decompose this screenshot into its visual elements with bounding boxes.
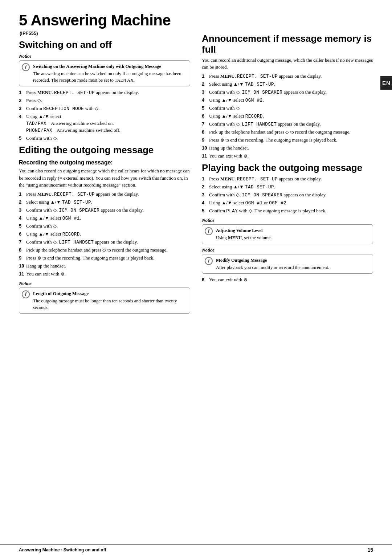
notice3-text: Using MENU, set the volume. <box>216 234 369 241</box>
step-4-3: 3 Confirm with ◇. ICM ON SPEAKER appears… <box>202 192 373 199</box>
step-content: Using ▲/▼ select TAD/FAX – Answering mac… <box>26 113 190 134</box>
notice4-box: i Modify Outgoing Message After playback… <box>202 254 373 274</box>
step-num: 5 <box>202 105 209 112</box>
notice1-box: i Switching on the Answering Machine onl… <box>19 60 190 86</box>
step-4-4: 4 Using ▲/▼ select OGM #1 or OGM #2. <box>202 200 373 207</box>
step-1-2: 2 Press ◇. <box>19 97 190 104</box>
body3-text: You can record an additional outgoing me… <box>202 57 373 71</box>
notice2-title: Length of Outgoing Message <box>33 290 186 297</box>
steps-list-final: 6 You can exit with ⊗. <box>202 277 373 283</box>
step-num: 1 <box>202 73 209 80</box>
step-num: 2 <box>202 184 209 191</box>
notice4-icon: i <box>205 257 213 265</box>
step-2-8: 8 Pick up the telephone handset and pres… <box>19 247 190 254</box>
notice3-icon: i <box>205 227 213 235</box>
step-3-1: 1 Press MENU. RECEPT. SET-UP appears on … <box>202 73 373 80</box>
mono: RECEPTION MODE <box>43 106 84 111</box>
step-num: 10 <box>202 145 209 152</box>
step-2-2: 2 Select using ▲/▼ TAD SET-UP. <box>19 199 190 206</box>
step-3-3: 3 Confirm with ◇. ICM ON SPEAKER appears… <box>202 89 373 96</box>
step-content: Confirm with ◇. <box>26 135 190 142</box>
step-num: 9 <box>19 255 26 262</box>
step-num: 3 <box>19 105 26 112</box>
step-num: 1 <box>19 191 26 198</box>
footer-page-number: 15 <box>367 547 373 553</box>
step-num: 6 <box>19 231 26 238</box>
step-content: Confirm with ◇. LIFT HANDSET appears on … <box>26 239 190 246</box>
step-content: Confirm PLAY with ◇. The outgoing messag… <box>209 208 373 215</box>
step-content: Press MENU. RECEPT. SET-UP appears on th… <box>209 73 373 80</box>
step-content: Press ⊗ to end the recording. The outgoi… <box>26 255 190 262</box>
step-content: Confirm with ◇. LIFT HANDSET appears on … <box>209 121 373 128</box>
step-num: 8 <box>202 129 209 136</box>
step-content: Press MENU. RECEPT. SET-UP appears on th… <box>26 191 190 198</box>
section-announcement-title: Announcement if message memory is full <box>202 33 373 55</box>
step-2-6: 6 Using ▲/▼ select RECORD. <box>19 231 190 238</box>
step-content: Using ▲/▼ select OGM #2. <box>209 97 373 104</box>
step-2-3: 3 Confirm with ◇. ICM ON SPEAKER appears… <box>19 207 190 214</box>
step-content: Press ⊗ to end the recording. The outgoi… <box>209 137 373 144</box>
menu-bold: MENU <box>37 90 52 95</box>
step-3-8: 8 Pick up the telephone handset and pres… <box>202 129 373 136</box>
steps-list-2: 1 Press MENU. RECEPT. SET-UP appears on … <box>19 191 190 278</box>
notice4-label: Notice <box>202 247 373 253</box>
step-num: 5 <box>202 208 209 215</box>
step-num: 3 <box>202 89 209 96</box>
step-num: 4 <box>202 97 209 104</box>
step-num: 4 <box>19 113 26 134</box>
step-content: Confirm RECEPTION MODE with ◇. <box>26 105 190 112</box>
step-3-6: 6 Using ▲/▼ select RECORD. <box>202 113 373 120</box>
step-content: Confirm with ◇. ICM ON SPEAKER appears o… <box>209 192 373 199</box>
step-num: 2 <box>19 199 26 206</box>
step-num: 9 <box>202 137 209 144</box>
step-content: Confirm with ◇. <box>26 223 190 230</box>
step-num: 5 <box>19 135 26 142</box>
step-1-5: 5 Confirm with ◇. <box>19 135 190 142</box>
step-num: 11 <box>202 153 209 160</box>
step-content: You can exit with ⊗. <box>209 277 373 283</box>
notice1-label: Notice <box>19 53 190 59</box>
notice2-label: Notice <box>19 281 190 286</box>
step-content: Confirm with ◇. ICM ON SPEAKER appears o… <box>26 207 190 214</box>
step-num: 6 <box>202 113 209 120</box>
section-switching-title: Switching on and off <box>19 40 190 50</box>
notice4-text: After playback you can modify or rerecor… <box>216 264 369 271</box>
step-2-1: 1 Press MENU. RECEPT. SET-UP appears on … <box>19 191 190 198</box>
step-content: Pick up the telephone handset and press … <box>26 247 190 254</box>
recept-mono: RECEPT. SET-UP <box>54 90 95 95</box>
step-content: Hang up the handset. <box>26 263 190 270</box>
notice2-box: i Length of Outgoing Message The outgoin… <box>19 287 190 314</box>
notice3-box: i Adjusting Volume Level Using MENU, set… <box>202 224 373 244</box>
step-content: Select using ▲/▼ TAD SET-UP. <box>209 184 373 191</box>
step-content: Press MENU. RECEPT. SET-UP appears on th… <box>26 89 190 96</box>
step-3-7: 7 Confirm with ◇. LIFT HANDSET appears o… <box>202 121 373 128</box>
step-4-5: 5 Confirm PLAY with ◇. The outgoing mess… <box>202 208 373 215</box>
step-num: 7 <box>202 121 209 128</box>
notice3-title: Adjusting Volume Level <box>216 227 369 234</box>
step-num: 1 <box>202 176 209 183</box>
model-label: (IPF555) <box>20 30 190 36</box>
step-1-1: 1 Press MENU. RECEPT. SET-UP appears on … <box>19 89 190 96</box>
step-1-3: 3 Confirm RECEPTION MODE with ◇. <box>19 105 190 112</box>
step-num: 4 <box>19 215 26 222</box>
step-content: You can exit with ⊗. <box>26 271 190 278</box>
step-num: 7 <box>19 239 26 246</box>
steps-list-3: 1 Press MENU. RECEPT. SET-UP appears on … <box>202 73 373 160</box>
step-2-4: 4 Using ▲/▼ select OGM #1. <box>19 215 190 222</box>
step-final-6: 6 You can exit with ⊗. <box>202 277 373 283</box>
step-content: You can exit with ⊗. <box>209 153 373 160</box>
step-content: Press MENU. RECEPT. SET-UP appears on th… <box>209 176 373 183</box>
step-num: 6 <box>202 277 209 283</box>
step-num: 3 <box>19 207 26 214</box>
right-column: Announcement if message memory is full Y… <box>202 30 373 317</box>
step-num: 3 <box>202 192 209 199</box>
step-2-5: 5 Confirm with ◇. <box>19 223 190 230</box>
notice3-label: Notice <box>202 217 373 223</box>
notice1-icon: i <box>22 63 30 71</box>
step-content: Pick up the telephone handset and press … <box>209 129 373 136</box>
tad-fax-mono: TAD/FAX <box>26 121 46 126</box>
chapter-title: 5 Answering Machine <box>19 12 373 29</box>
step-num: 5 <box>19 223 26 230</box>
step-content: Confirm with ◇. <box>209 105 373 112</box>
step-num: 11 <box>19 271 26 278</box>
